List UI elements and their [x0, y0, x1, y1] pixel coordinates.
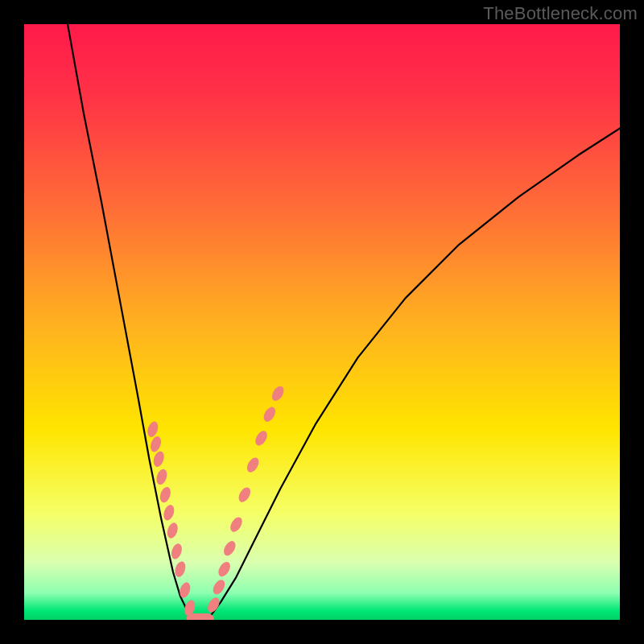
chart-frame: TheBottleneck.com	[0, 0, 644, 644]
watermark-text: TheBottleneck.com	[483, 3, 638, 24]
bottleneck-plot	[24, 24, 620, 620]
